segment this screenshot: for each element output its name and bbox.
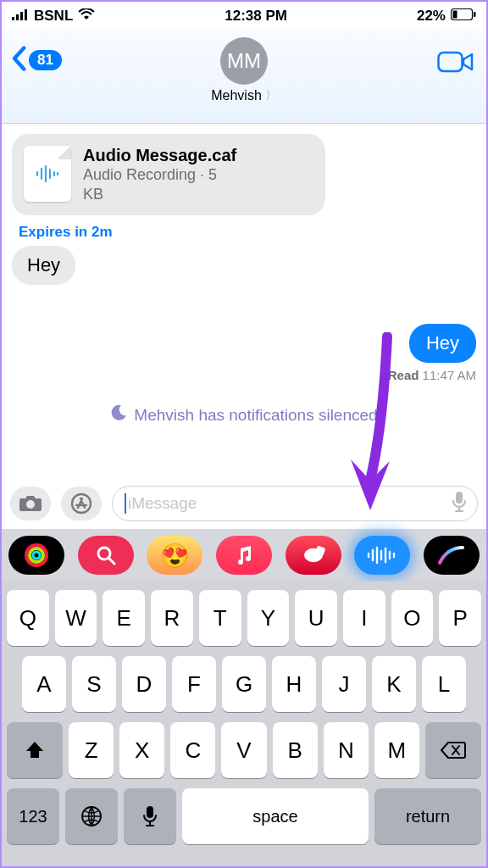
- svg-rect-1: [16, 14, 19, 20]
- key-numbers[interactable]: 123: [7, 788, 59, 844]
- key-shift[interactable]: [7, 722, 63, 778]
- key-return[interactable]: return: [374, 788, 481, 844]
- chevron-left-icon: [10, 46, 27, 75]
- key-h[interactable]: H: [272, 656, 316, 712]
- key-k[interactable]: K: [372, 656, 416, 712]
- conversation-header: 81 MM Mehvish 〉: [2, 31, 486, 124]
- microphone-icon: [142, 805, 158, 827]
- contact-avatar[interactable]: MM: [220, 37, 268, 85]
- svg-point-20: [98, 548, 110, 559]
- shift-icon: [25, 740, 45, 760]
- svg-line-21: [109, 559, 114, 564]
- globe-icon: [80, 805, 103, 827]
- read-receipt: Read 11:47 AM: [12, 368, 476, 382]
- key-s[interactable]: S: [72, 656, 116, 712]
- key-n[interactable]: N: [324, 722, 369, 778]
- key-z[interactable]: Z: [69, 722, 114, 778]
- svg-rect-16: [456, 492, 463, 504]
- key-c[interactable]: C: [170, 722, 215, 778]
- svg-rect-0: [12, 17, 14, 20]
- key-q[interactable]: Q: [7, 590, 49, 646]
- moon-icon: [110, 404, 127, 426]
- appstore-icon: [70, 492, 92, 515]
- incoming-message[interactable]: Hey: [12, 246, 75, 285]
- svg-rect-7: [439, 53, 463, 71]
- app-digital-touch-icon[interactable]: [424, 536, 480, 575]
- outgoing-message[interactable]: Hey: [409, 324, 476, 363]
- svg-rect-6: [474, 12, 476, 17]
- clock-label: 12:38 PM: [225, 8, 287, 25]
- key-u[interactable]: U: [295, 590, 337, 646]
- app-memoji-icon[interactable]: 😍: [147, 536, 202, 575]
- file-subtitle: Audio Recording · 5KB: [83, 165, 236, 203]
- key-e[interactable]: E: [103, 590, 145, 646]
- svg-rect-5: [452, 11, 457, 19]
- keyboard-row-1: Q W E R T Y U I O P: [7, 590, 481, 646]
- chevron-right-icon: 〉: [265, 88, 277, 103]
- key-dictate[interactable]: [124, 788, 176, 844]
- backspace-icon: [441, 741, 466, 760]
- imessage-app-strip[interactable]: 😍: [2, 529, 486, 581]
- key-r[interactable]: R: [151, 590, 193, 646]
- key-w[interactable]: W: [55, 590, 97, 646]
- signal-icon: [12, 8, 29, 25]
- microphone-icon: [452, 491, 467, 513]
- wifi-icon: [78, 8, 95, 25]
- placeholder-text: iMessage: [128, 494, 197, 513]
- silenced-text: Mehvish has notifications silenced: [134, 406, 377, 425]
- key-j[interactable]: J: [322, 656, 366, 712]
- key-v[interactable]: V: [221, 722, 266, 778]
- notifications-silenced-banner[interactable]: Mehvish has notifications silenced: [12, 404, 476, 426]
- camera-button[interactable]: [10, 487, 51, 520]
- svg-point-14: [26, 500, 35, 509]
- app-activity-icon[interactable]: [8, 536, 64, 575]
- carrier-label: BSNL: [34, 8, 73, 25]
- app-store-button[interactable]: [61, 487, 102, 520]
- app-fitness-icon[interactable]: [286, 536, 341, 575]
- battery-pct-label: 22%: [417, 8, 446, 25]
- key-t[interactable]: T: [199, 590, 241, 646]
- keyboard-row-2: A S D F G H J K L: [7, 656, 481, 712]
- text-cursor: [125, 493, 126, 514]
- keyboard: Q W E R T Y U I O P A S D F G H J K L Z …: [2, 581, 486, 866]
- key-globe[interactable]: [65, 788, 118, 844]
- key-m[interactable]: M: [374, 722, 419, 778]
- app-music-icon[interactable]: [216, 536, 272, 575]
- key-i[interactable]: I: [343, 590, 385, 646]
- status-bar: BSNL 12:38 PM 22%: [2, 2, 486, 31]
- key-o[interactable]: O: [391, 590, 434, 646]
- app-hashtag-images-icon[interactable]: [78, 536, 134, 575]
- key-d[interactable]: D: [122, 656, 166, 712]
- conversation-thread[interactable]: Audio Message.caf Audio Recording · 5KB …: [2, 124, 486, 476]
- camera-icon: [19, 494, 42, 513]
- svg-point-19: [33, 552, 40, 559]
- key-space[interactable]: space: [182, 788, 369, 844]
- app-audio-message-icon[interactable]: [354, 536, 410, 575]
- key-y[interactable]: Y: [247, 590, 290, 646]
- keyboard-row-4: 123 space return: [7, 788, 481, 844]
- expiry-label: Expires in 2m: [19, 224, 476, 241]
- audio-message-bubble[interactable]: Audio Message.caf Audio Recording · 5KB: [12, 134, 325, 215]
- svg-rect-3: [25, 9, 27, 20]
- dictation-button[interactable]: [452, 491, 467, 517]
- message-input[interactable]: iMessage: [112, 486, 478, 521]
- key-f[interactable]: F: [172, 656, 216, 712]
- key-p[interactable]: P: [439, 590, 481, 646]
- key-b[interactable]: B: [273, 722, 318, 778]
- key-a[interactable]: A: [22, 656, 66, 712]
- facetime-button[interactable]: [437, 49, 474, 78]
- key-l[interactable]: L: [422, 656, 466, 712]
- unread-badge: 81: [29, 50, 62, 70]
- svg-rect-2: [20, 12, 23, 20]
- back-button[interactable]: 81: [10, 46, 62, 75]
- message-input-row: iMessage: [2, 478, 486, 529]
- key-g[interactable]: G: [222, 656, 266, 712]
- contact-name-button[interactable]: Mehvish 〉: [211, 88, 277, 103]
- contact-name-label: Mehvish: [211, 88, 262, 103]
- key-x[interactable]: X: [119, 722, 164, 778]
- svg-rect-31: [147, 806, 153, 818]
- key-backspace[interactable]: [425, 722, 481, 778]
- file-title: Audio Message.caf: [83, 146, 236, 165]
- keyboard-row-3: Z X C V B N M: [7, 722, 481, 778]
- audio-file-icon: [24, 146, 71, 202]
